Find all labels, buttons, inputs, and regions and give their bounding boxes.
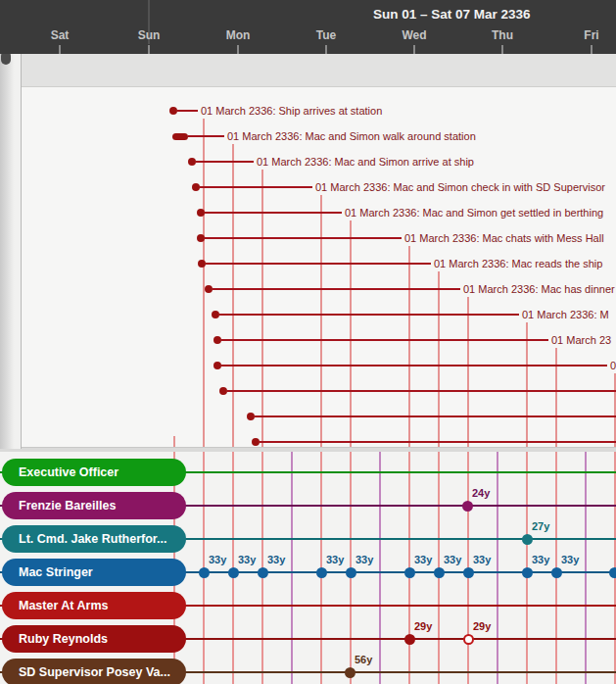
event-label[interactable]: 01 March 2336: Mac and Simon get settled… — [345, 206, 603, 220]
entity-pill[interactable]: Ruby Reynolds — [2, 625, 186, 653]
event-leader-line — [206, 263, 431, 265]
day-tick — [237, 45, 239, 54]
event-label[interactable]: 01 March 2336: Ship arrives at station — [201, 104, 382, 118]
event-drop-line — [438, 271, 440, 447]
entity-event-dot[interactable] — [345, 667, 355, 678]
event-leader-line — [260, 441, 616, 443]
grid-line — [497, 452, 498, 684]
entity-event-dot[interactable] — [346, 567, 356, 578]
entity-event-dot[interactable] — [258, 567, 268, 578]
entity-event-dot[interactable] — [551, 567, 562, 578]
event-leader-line — [221, 365, 607, 366]
event-leader-line — [200, 186, 312, 188]
day-label-fri: Fri — [584, 28, 598, 42]
relationship-view: Executive OfficerFrenzie Bareilles24yLt.… — [0, 452, 616, 684]
event-drop-line — [320, 195, 322, 447]
event-leader-line — [205, 212, 342, 214]
event-drop-line — [350, 220, 352, 447]
event-label[interactable]: 01 March 23 — [551, 333, 611, 347]
entity-event-dot[interactable] — [434, 567, 445, 578]
entity-pill[interactable]: SD Supervisor Posey Va... — [2, 659, 186, 684]
event-dot[interactable] — [172, 133, 188, 140]
event-leader-line — [196, 161, 254, 163]
event-leader-line — [213, 288, 460, 290]
event-label[interactable]: 01 March 2336: Mac has dinner — [463, 282, 615, 296]
date-range-title: Sun 01 – Sat 07 Mar 2336 — [373, 7, 531, 22]
event-dot[interactable] — [247, 413, 255, 420]
entity-pill[interactable]: Frenzie Bareilles — [2, 492, 186, 519]
timeline-app: 01 March 2336: Ship arrives at station01… — [0, 0, 616, 684]
timeline-header: Sun 01 – Sat 07 Mar 2336 SatSunMonTueWed… — [0, 0, 616, 54]
day-label-sun: Sun — [138, 28, 161, 42]
event-label[interactable]: 0 — [610, 359, 616, 372]
entity-event-dot[interactable] — [404, 634, 415, 645]
entity-pill[interactable]: Mac Stringer — [2, 559, 186, 586]
event-leader-line — [188, 135, 224, 137]
entity-event-dot[interactable] — [404, 567, 415, 578]
day-label-tue: Tue — [316, 28, 336, 42]
day-tick — [148, 45, 150, 54]
age-label: 33y — [414, 554, 432, 566]
entity-pill[interactable]: Master At Arms — [2, 592, 186, 619]
event-dot[interactable] — [219, 387, 227, 395]
event-label[interactable]: 01 March 2336: Mac chats with Mess Hall — [404, 231, 604, 245]
entity-event-dot[interactable] — [522, 534, 533, 545]
age-label: 33y — [561, 554, 579, 566]
event-drop-line — [555, 348, 557, 447]
event-dot[interactable] — [212, 311, 219, 318]
section-divider[interactable] — [0, 447, 616, 452]
day-tick — [59, 45, 61, 54]
age-label: 33y — [238, 554, 256, 566]
age-label: 33y — [326, 554, 344, 566]
entity-event-dot[interactable] — [228, 567, 239, 578]
age-label: 33y — [473, 554, 491, 566]
event-leader-line — [255, 415, 616, 417]
event-label[interactable]: 01 March 2336: M — [522, 308, 609, 321]
age-label: 33y — [355, 554, 373, 566]
collapsed-toolbar-band — [22, 54, 616, 87]
event-dot[interactable] — [213, 336, 221, 344]
age-label: 33y — [532, 554, 549, 566]
day-label-thu: Thu — [492, 28, 513, 42]
event-drop-line — [173, 436, 175, 447]
event-dot[interactable] — [252, 438, 260, 446]
age-label: 29y — [414, 620, 432, 633]
day-label-mon: Mon — [226, 28, 251, 42]
event-label[interactable]: 01 March 2336: Mac and Simon check in wi… — [315, 180, 605, 194]
event-label[interactable]: 01 March 2336: Mac and Simon arrive at s… — [257, 155, 474, 169]
event-leader-line — [219, 314, 519, 316]
age-label: 33y — [444, 554, 461, 566]
grid-line — [379, 452, 381, 684]
entity-pill[interactable]: Lt. Cmd. Jake Rutherfor... — [2, 525, 186, 553]
grid-line — [291, 452, 293, 684]
day-label-wed: Wed — [402, 28, 426, 42]
age-label: 33y — [267, 554, 285, 566]
entity-event-dot[interactable] — [199, 567, 210, 578]
entity-event-dot[interactable] — [462, 501, 473, 512]
event-dot[interactable] — [205, 285, 213, 293]
age-label: 56y — [355, 654, 372, 666]
event-dot[interactable] — [169, 107, 177, 115]
event-label[interactable]: 01 March 2336: Mac and Simon walk around… — [227, 129, 476, 143]
grid-line — [585, 452, 587, 684]
age-label: 27y — [532, 520, 549, 533]
event-leader-line — [227, 390, 616, 392]
event-dot[interactable] — [198, 260, 206, 268]
event-leader-line — [177, 110, 198, 112]
event-leader-line — [205, 237, 402, 239]
event-label[interactable]: 01 March 2336: Mac reads the ship — [434, 257, 602, 270]
entity-event-dot[interactable] — [316, 567, 327, 578]
event-dot[interactable] — [188, 158, 196, 166]
entity-event-dot[interactable] — [609, 567, 616, 578]
entity-event-dot[interactable] — [463, 634, 474, 645]
day-tick — [325, 45, 327, 54]
event-dot[interactable] — [213, 362, 221, 369]
entity-event-dot[interactable] — [522, 567, 533, 578]
event-dot[interactable] — [197, 234, 205, 242]
event-dot[interactable] — [192, 183, 200, 191]
event-dot[interactable] — [197, 209, 205, 217]
entity-pill[interactable]: Executive Officer — [2, 459, 186, 486]
vertical-scrollbar-track[interactable] — [0, 54, 22, 449]
event-drop-line — [232, 144, 234, 447]
entity-event-dot[interactable] — [463, 567, 474, 578]
